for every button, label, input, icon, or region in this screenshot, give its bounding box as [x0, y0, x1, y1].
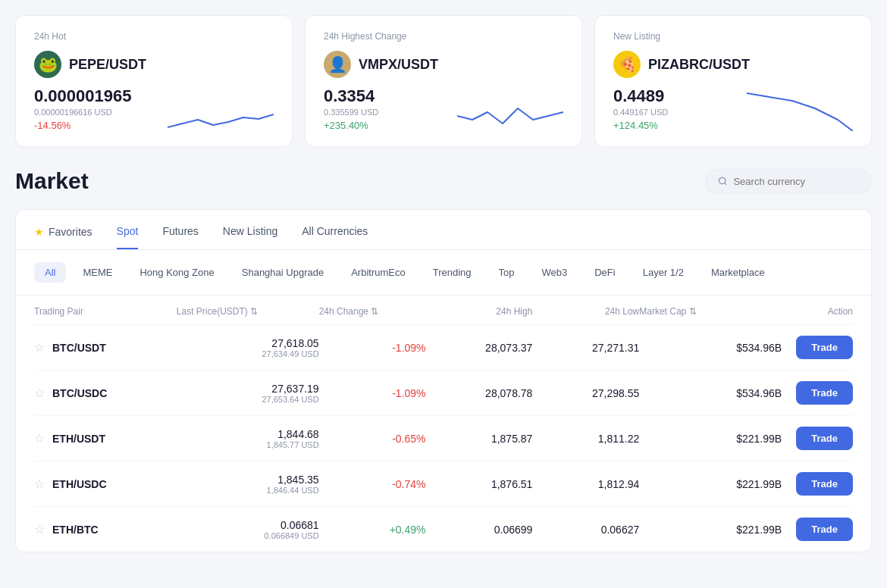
filter-arbitrum[interactable]: ArbitrumEco: [340, 262, 416, 283]
svg-point-0: [719, 177, 726, 183]
favorite-button-0[interactable]: ☆: [34, 340, 45, 355]
pair-name-4: ETH/BTC: [52, 524, 99, 536]
coin-icon-0: 🐸: [34, 51, 61, 78]
change-value-4: +0.49%: [390, 524, 426, 536]
pair-cell-1: ☆ BTC/USDC: [34, 386, 177, 400]
card-body-1: 0.3354 0.335599 USD +235.40%: [324, 86, 563, 131]
pair-name-0: BTC/USDT: [52, 342, 106, 354]
card-usd-0: 0.00000196616 USD: [34, 108, 131, 117]
favorite-button-2[interactable]: ☆: [34, 431, 45, 446]
change-value-0: -1.09%: [392, 342, 425, 354]
filter-hong-kong[interactable]: Hong Kong Zone: [129, 262, 224, 283]
high-cell-2: 1,875.87: [426, 433, 533, 445]
market-cap-cell-3: $221.99B: [639, 478, 782, 490]
tab-new-listing-label: New Listing: [223, 225, 277, 237]
pair-cell-0: ☆ BTC/USDT: [34, 340, 177, 355]
high-cell-0: 28,073.37: [426, 342, 533, 354]
favorite-button-1[interactable]: ☆: [34, 386, 45, 400]
card-chart-1: [457, 86, 563, 131]
tab-favorites[interactable]: ★ Favorites: [34, 225, 92, 249]
trade-button-4[interactable]: Trade: [796, 518, 853, 541]
svg-line-1: [725, 183, 726, 184]
favorite-button-3[interactable]: ☆: [34, 477, 45, 491]
card-header-0: 🐸 PEPE/USDT: [34, 51, 274, 78]
card-header-1: 👤 VMPX/USDT: [324, 51, 563, 78]
action-cell-2: Trade: [782, 427, 853, 450]
market-cap-cell-2: $221.99B: [639, 433, 782, 445]
col-change[interactable]: 24h Change ⇅: [319, 306, 426, 317]
price-main-0: 27,618.05: [177, 337, 319, 349]
trade-button-0[interactable]: Trade: [796, 336, 853, 359]
card-change-2: +124.45%: [613, 120, 668, 131]
trade-button-3[interactable]: Trade: [796, 472, 853, 496]
change-cell-3: -0.74%: [319, 478, 426, 490]
filter-defi[interactable]: DeFi: [584, 262, 625, 283]
card-price-1: 0.3354: [324, 86, 378, 106]
tab-futures[interactable]: Futures: [162, 225, 198, 249]
col-action: Action: [782, 306, 853, 317]
change-cell-0: -1.09%: [319, 342, 426, 354]
card-header-2: 🍕 PIZABRC/USDT: [613, 51, 853, 78]
pair-cell-4: ☆ ETH/BTC: [34, 522, 177, 536]
price-cell-1: 27,637.19 27,653.64 USD: [177, 383, 319, 404]
card-usd-2: 0.449167 USD: [613, 108, 668, 117]
trade-button-1[interactable]: Trade: [796, 381, 853, 405]
table-row: ☆ ETH/USDT 1,844.68 1,845.77 USD -0.65% …: [34, 416, 853, 461]
high-cell-3: 1,876.51: [426, 478, 533, 490]
action-cell-0: Trade: [782, 336, 853, 359]
high-cell-4: 0.06699: [426, 524, 533, 536]
col-price[interactable]: Last Price(USDT) ⇅: [177, 306, 319, 317]
trade-button-2[interactable]: Trade: [796, 427, 853, 450]
market-table: Trading Pair Last Price(USDT) ⇅ 24h Chan…: [16, 296, 871, 552]
card-chart-0: [168, 86, 274, 131]
tab-spot-label: Spot: [117, 225, 139, 237]
action-cell-4: Trade: [782, 518, 853, 541]
price-cell-4: 0.06681 0.066849 USD: [177, 519, 319, 540]
tab-new-listing[interactable]: New Listing: [223, 225, 277, 249]
tabs-row: ★ Favorites Spot Futures New Listing All…: [16, 210, 871, 250]
market-cap-cell-1: $534.96B: [639, 387, 782, 399]
coin-name-0: PEPE/USDT: [69, 57, 146, 73]
pair-name-3: ETH/USDC: [52, 478, 107, 490]
filter-shanghai[interactable]: Shanghai Upgrade: [231, 262, 334, 283]
card-change-1: +235.40%: [324, 120, 378, 131]
market-title: Market: [15, 168, 89, 194]
top-card-1[interactable]: 24h Highest Change 👤 VMPX/USDT 0.3354 0.…: [305, 15, 582, 147]
card-price-2: 0.4489: [613, 86, 668, 106]
change-cell-1: -1.09%: [319, 387, 426, 399]
table-header: Trading Pair Last Price(USDT) ⇅ 24h Chan…: [34, 296, 853, 325]
tab-spot[interactable]: Spot: [117, 225, 139, 249]
pair-cell-2: ☆ ETH/USDT: [34, 431, 177, 446]
pair-name-2: ETH/USDT: [52, 433, 105, 445]
change-cell-4: +0.49%: [319, 524, 426, 536]
filter-marketplace[interactable]: Marketplace: [701, 262, 776, 283]
top-card-0[interactable]: 24h Hot 🐸 PEPE/USDT 0.000001965 0.000001…: [15, 15, 293, 147]
col-low: 24h Low: [532, 306, 639, 317]
card-body-0: 0.000001965 0.00000196616 USD -14.56%: [34, 86, 274, 131]
filter-trending[interactable]: Trending: [422, 262, 482, 283]
filter-top[interactable]: Top: [488, 262, 525, 283]
card-price-0: 0.000001965: [34, 86, 131, 106]
coin-name-2: PIZABRC/USDT: [648, 57, 750, 73]
tab-all-currencies[interactable]: All Currencies: [302, 225, 368, 249]
search-input[interactable]: [733, 176, 859, 187]
tab-futures-label: Futures: [162, 225, 198, 237]
filter-layer12[interactable]: Layer 1/2: [632, 262, 694, 283]
table-body: ☆ BTC/USDT 27,618.05 27,634.49 USD -1.09…: [34, 325, 853, 552]
filter-meme[interactable]: MEME: [72, 262, 123, 283]
filter-all[interactable]: All: [34, 262, 66, 283]
coin-icon-1: 👤: [324, 51, 351, 78]
top-cards: 24h Hot 🐸 PEPE/USDT 0.000001965 0.000001…: [15, 15, 872, 147]
card-label-2: New Listing: [613, 31, 853, 42]
low-cell-4: 0.06627: [532, 524, 639, 536]
col-marketcap[interactable]: Market Cap ⇅: [639, 306, 782, 317]
main-panel: ★ Favorites Spot Futures New Listing All…: [15, 209, 872, 552]
filter-web3[interactable]: Web3: [531, 262, 578, 283]
low-cell-1: 27,298.55: [532, 387, 639, 399]
coin-name-1: VMPX/USDT: [359, 57, 438, 73]
favorite-button-4[interactable]: ☆: [34, 522, 45, 536]
search-box: [705, 169, 872, 194]
top-card-2[interactable]: New Listing 🍕 PIZABRC/USDT 0.4489 0.4491…: [594, 15, 872, 147]
card-body-2: 0.4489 0.449167 USD +124.45%: [613, 86, 853, 131]
change-cell-2: -0.65%: [319, 433, 426, 445]
